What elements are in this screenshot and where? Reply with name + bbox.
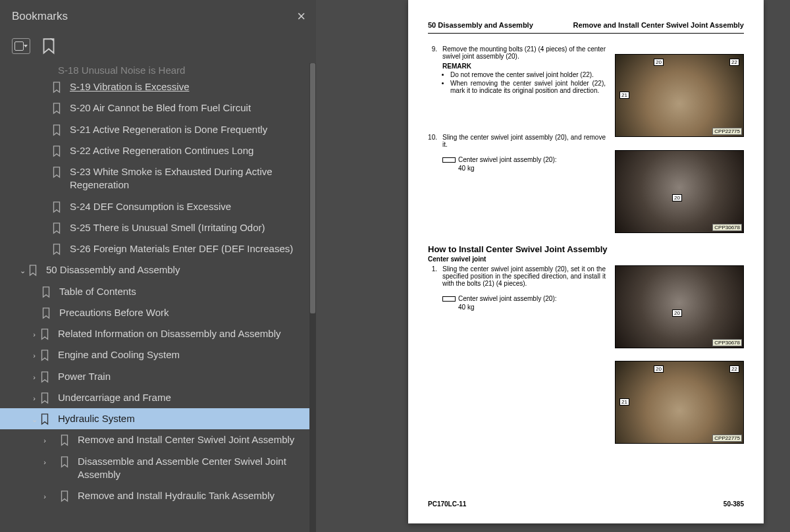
bookmark-icon [40, 392, 50, 404]
header-left: 50 Disassembly and Assembly [428, 21, 533, 29]
bookmark-row[interactable]: ›Engine and Cooling System [0, 344, 316, 365]
bookmark-row[interactable]: ›Related Information on Disassembly and … [0, 323, 316, 344]
bookmark-row[interactable]: ›Power Train [0, 366, 316, 387]
bookmark-label: S-19 Vibration is Excessive [70, 80, 311, 93]
bookmark-row[interactable]: Table of Contents [0, 281, 316, 302]
bookmark-icon [28, 265, 38, 277]
bookmark-label: 50 Disassembly and Assembly [46, 263, 311, 277]
bookmark-label: Remove and Install Hydraulic Tank Assemb… [78, 489, 311, 502]
bookmark-label: Remove and Install Center Swivel Joint A… [78, 433, 311, 446]
bookmark-label: Power Train [58, 370, 311, 383]
chevron-right-icon[interactable]: › [40, 492, 50, 502]
weight-spec: Center swivel joint assembly (20): [442, 292, 612, 304]
bookmark-row[interactable]: ›Undercarriage and Frame [0, 387, 316, 408]
figure-3: 20 CPP30678 [615, 265, 744, 348]
figure-2: 20 CPP30678 [615, 150, 744, 233]
bookmark-icon [40, 413, 50, 425]
bookmark-icon [51, 244, 62, 255]
bookmark-icon [51, 201, 62, 213]
bookmark-icon [59, 491, 70, 502]
bookmark-icon [51, 146, 62, 157]
page-footer: PC170LC-11 50-385 [428, 500, 744, 508]
panel-toolbar [0, 33, 316, 63]
bookmark-label: Hydraulic System [58, 412, 311, 425]
options-menu-button[interactable] [12, 38, 30, 54]
bookmark-label: S-23 White Smoke is Exhausted During Act… [70, 165, 311, 192]
figure-4: 20 22 21 CPP22775 [615, 361, 744, 444]
chevron-down-icon[interactable]: ⌄ [29, 415, 40, 425]
bookmark-icon [51, 223, 62, 234]
figure-1: 20 22 21 CPP22775 [615, 54, 744, 137]
bookmark-label: Undercarriage and Frame [58, 391, 311, 404]
chevron-right-icon[interactable]: › [40, 458, 50, 467]
step-10: 10. Sling the center swivel joint assemb… [428, 134, 612, 148]
bookmark-row[interactable]: S-21 Active Regeneration is Done Frequen… [0, 119, 316, 140]
bookmark-icon [40, 329, 50, 340]
bookmark-row[interactable]: S-20 Air Cannot be Bled from Fuel Circui… [0, 97, 316, 119]
bookmark-label: Disassemble and Assemble Center Swivel J… [78, 455, 311, 482]
bookmark-icon [59, 456, 70, 468]
page-header: 50 Disassembly and Assembly Remove and I… [428, 0, 744, 34]
chevron-right-icon[interactable]: › [29, 394, 40, 404]
document-viewer[interactable]: 50 Disassembly and Assembly Remove and I… [316, 0, 790, 532]
bookmark-label: S-20 Air Cannot be Bled from Fuel Circui… [70, 101, 311, 115]
section-heading: How to Install Center Swivel Joint Assem… [428, 244, 744, 254]
bookmark-icon [41, 286, 51, 298]
bookmark-label: Table of Contents [59, 285, 311, 298]
chevron-right-icon[interactable]: › [29, 351, 40, 361]
bookmark-row[interactable]: S-23 White Smoke is Exhausted During Act… [0, 161, 316, 196]
bookmark-row[interactable]: S-18 Unusual Noise is Heard [58, 63, 295, 80]
bookmark-label: S-22 Active Regeneration Continues Long [70, 144, 311, 157]
bookmark-current-icon[interactable] [42, 38, 55, 54]
subsection-heading: Center swivel joint [428, 255, 612, 263]
bookmark-label: Engine and Cooling System [58, 348, 311, 361]
step-9: 9. Remove the mounting bolts (21) (4 pie… [428, 45, 612, 95]
bookmark-icon [40, 350, 50, 361]
bookmark-label: Precautions Before Work [59, 306, 311, 319]
bookmark-icon [41, 307, 51, 319]
bookmarks-panel: Bookmarks × S-18 Unusual Noise is Heard … [0, 0, 316, 532]
chevron-right-icon[interactable]: › [40, 436, 50, 446]
document-page: 50 Disassembly and Assembly Remove and I… [408, 0, 764, 523]
bookmark-row[interactable]: ›Remove and Install Hydraulic Tank Assem… [0, 485, 316, 506]
bookmark-label: S-24 DEF Consumption is Excessive [70, 200, 311, 213]
bookmark-tree: S-18 Unusual Noise is Heard S-19 Vibrati… [0, 63, 316, 532]
bookmark-label: S-21 Active Regeneration is Done Frequen… [70, 123, 311, 136]
bookmark-label: S-26 Foreign Materials Enter DEF (DEF In… [70, 242, 311, 255]
chevron-down-icon[interactable]: ⌄ [17, 266, 28, 276]
bookmark-row[interactable]: ›Disassemble and Assemble Center Swivel … [0, 451, 316, 486]
scrollbar-thumb[interactable] [310, 63, 315, 313]
install-step-1: 1. Sling the center swivel joint assembl… [428, 265, 612, 287]
bookmark-row[interactable]: S-22 Active Regeneration Continues Long [0, 140, 316, 161]
scrollbar-track[interactable] [309, 63, 316, 532]
header-right: Remove and Install Center Swivel Joint A… [573, 21, 744, 29]
panel-title: Bookmarks [12, 10, 68, 23]
bookmark-icon [59, 435, 70, 446]
weight-spec: Center swivel joint assembly (20): [442, 153, 612, 165]
bookmark-icon [51, 82, 62, 93]
bookmark-row[interactable]: S-26 Foreign Materials Enter DEF (DEF In… [0, 238, 316, 259]
bookmark-row[interactable]: Precautions Before Work [0, 302, 316, 323]
chevron-right-icon[interactable]: › [29, 330, 40, 340]
bookmark-icon [51, 103, 62, 115]
bookmark-icon [51, 167, 62, 178]
footer-pagenum: 50-385 [724, 500, 744, 508]
bookmark-icon [40, 371, 50, 383]
bookmark-label: S-25 There is Unusual Smell (Irritating … [70, 221, 311, 234]
bookmark-row[interactable]: ⌄50 Disassembly and Assembly [0, 259, 316, 280]
chevron-right-icon[interactable]: › [29, 373, 40, 383]
bookmark-row[interactable]: ⌄Hydraulic System [0, 408, 316, 429]
close-icon[interactable]: × [297, 8, 305, 25]
bookmark-icon [51, 124, 62, 136]
panel-header: Bookmarks × [0, 0, 316, 33]
bookmark-row[interactable]: S-25 There is Unusual Smell (Irritating … [0, 217, 316, 238]
bookmark-label: Related Information on Disassembly and A… [58, 327, 311, 340]
bookmark-row[interactable]: S-24 DEF Consumption is Excessive [0, 196, 316, 217]
footer-model: PC170LC-11 [428, 500, 466, 508]
bookmark-row[interactable]: ›Remove and Install Center Swivel Joint … [0, 429, 316, 450]
